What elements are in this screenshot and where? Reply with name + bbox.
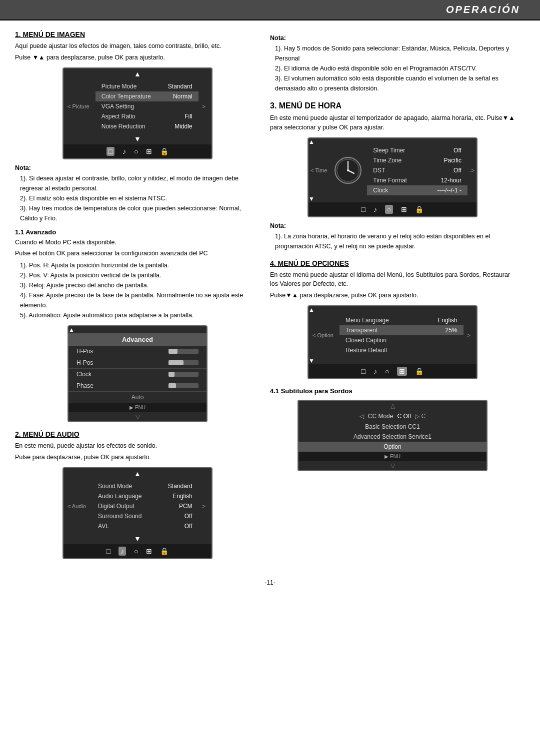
audio-icon-picture: □ bbox=[106, 547, 110, 555]
sub-nav-icon: ▶ bbox=[384, 454, 388, 459]
time-row-3: Time Format12-hour bbox=[367, 175, 468, 185]
section-opciones-para1: En este menú puede ajustar el idioma del… bbox=[270, 270, 515, 289]
audio-icon-audio: ♪ bbox=[118, 547, 126, 556]
time-arrow-up: ▲ bbox=[308, 138, 476, 145]
adv-nav-icon: ▶ bbox=[130, 405, 134, 410]
time-row-0: Sleep TimerOff bbox=[367, 145, 468, 155]
adv-nav-bar: ▶ ENU bbox=[68, 403, 206, 412]
audio-menu-box: ▲ < Audio Sound ModeStandard Audio Langu… bbox=[62, 467, 212, 559]
option-row-3: Restore Default bbox=[340, 345, 464, 355]
nota-hora-item-1: 1). La zona horaria, el horario de veran… bbox=[270, 231, 515, 251]
adv-row-hpos1: H-Pos bbox=[68, 346, 206, 357]
audio-arrow-down: ▼ bbox=[64, 533, 212, 544]
nav-right-picture: > bbox=[202, 103, 206, 109]
sub-nav-bar: ▶ ENU bbox=[298, 452, 486, 461]
audio-row-3: Surround SoundOff bbox=[92, 511, 198, 521]
nav-right-time: -> bbox=[470, 167, 474, 173]
avanzado-item-4: 4). Fase: Ajuste preciso de la fase de l… bbox=[15, 290, 260, 310]
option-arrow-down: ▼ bbox=[308, 357, 476, 364]
audio-menu-icons: □ ♪ ○ ⊞ 🔒 bbox=[64, 544, 212, 558]
nav-left-time: < Time bbox=[310, 167, 327, 173]
section-hora: 3. MENÚ DE HORA En este menú puede ajust… bbox=[270, 101, 515, 251]
menu-row-2: VGA Setting bbox=[96, 101, 198, 111]
page: OPERACIÓN 1. MENÚ DE IMAGEN Aquí puede a… bbox=[0, 0, 540, 756]
option-row-0: Menu LanguageEnglish bbox=[340, 315, 464, 325]
audio-row-2: Digital OutputPCM bbox=[92, 501, 198, 511]
time-row-2: DSTOff bbox=[367, 165, 468, 175]
section-hora-para1: En este menú puede ajustar el temporizad… bbox=[270, 113, 515, 132]
option-arrow-up: ▲ bbox=[308, 306, 476, 313]
time-icon-audio: ♪ bbox=[374, 205, 377, 213]
svg-point-4 bbox=[347, 169, 349, 171]
audio-row-1: Audio LanguageEnglish bbox=[92, 491, 198, 501]
nota-imagen-label: Nota: bbox=[15, 164, 260, 171]
sub-menu-top: ◁ CC Mode C Off ▷ C bbox=[298, 411, 486, 422]
nav-left-option: < Option bbox=[312, 332, 334, 338]
avanzado-item-5: 5). Automático: Ajuste automático para a… bbox=[15, 310, 260, 320]
option-icon-picture: □ bbox=[362, 367, 366, 375]
avanzado-line-0: Cuando el Modo PC está disponible. bbox=[15, 238, 260, 247]
icon-time: ○ bbox=[134, 147, 138, 155]
audio-arrow-up: ▲ bbox=[64, 468, 212, 479]
menu-row-4: Noise ReductionMiddle bbox=[96, 121, 198, 131]
section-audio-para1: En este menú, puede ajustar los efectos … bbox=[15, 441, 260, 451]
nota-audio-list: 1). Hay 5 modos de Sonido para seleccion… bbox=[270, 43, 515, 93]
nota-imagen-list: 1). Si desea ajustar el contraste, brill… bbox=[15, 173, 260, 223]
option-icon-time: ○ bbox=[385, 367, 389, 375]
main-content: 1. MENÚ DE IMAGEN Aquí puede ajustar los… bbox=[0, 20, 540, 574]
option-menu-icons: □ ♪ ○ ⊞ 🔒 bbox=[308, 364, 476, 378]
nav-left-picture: < Picture bbox=[68, 103, 90, 109]
audio-icon-option: ⊞ bbox=[146, 547, 152, 555]
section-imagen-para1: Aquí puede ajustar los efectos de imagen… bbox=[15, 41, 260, 51]
adv-row-phase: Phase bbox=[68, 380, 206, 392]
time-arrow-down: ▼ bbox=[308, 195, 476, 202]
time-rows: Sleep TimerOff Time ZonePacific DSTOff T… bbox=[367, 145, 468, 195]
avanzado-line-1: Pulse el botón OK para seleccionar la co… bbox=[15, 249, 260, 258]
time-icon-option: ⊞ bbox=[401, 205, 407, 213]
adv-arrow-up: ▲ bbox=[68, 326, 206, 333]
adv-menu-title: Advanced bbox=[68, 333, 206, 346]
adv-auto-btn[interactable]: Auto bbox=[68, 392, 206, 403]
section-opciones-para2: Pulse▼▲ para desplazarse, pulse OK para … bbox=[270, 291, 515, 300]
sub-cc-value: C Off bbox=[397, 413, 411, 420]
time-icon-lock: 🔒 bbox=[415, 205, 424, 213]
icon-picture: □ bbox=[106, 147, 114, 156]
nota-imagen-item-2: 2). El matiz sólo está disponible en el … bbox=[15, 193, 260, 203]
section-audio-para2: Pulse para desplazarse, pulse OK para aj… bbox=[15, 453, 260, 462]
avanzado-item-3: 3). Reloj: Ajuste preciso del ancho de p… bbox=[15, 280, 260, 290]
section-imagen: 1. MENÚ DE IMAGEN Aquí puede ajustar los… bbox=[15, 30, 260, 422]
nota-audio-item-1: 1). Hay 5 modos de Sonido para seleccion… bbox=[270, 43, 515, 63]
option-icon-audio: ♪ bbox=[374, 367, 377, 375]
adv-arrow-down: ▽ bbox=[68, 412, 206, 421]
icon-audio: ♪ bbox=[122, 147, 126, 155]
audio-row-0: Sound ModeStandard bbox=[92, 481, 198, 491]
menu-nav-option: < Option Menu LanguageEnglish Transparen… bbox=[308, 313, 476, 357]
adv-row-clock: Clock bbox=[68, 369, 206, 380]
icon-lock: 🔒 bbox=[160, 147, 168, 155]
advanced-menu-box: ▲ Advanced H-Pos H-Pos Clock bbox=[68, 325, 208, 422]
sub-cc-label: CC Mode bbox=[368, 413, 394, 420]
section-opciones: 4. MENÚ DE OPCIONES En este menú puede a… bbox=[270, 259, 515, 379]
nav-right-audio: > bbox=[202, 503, 206, 509]
avanzado-item-1: 1). Pos. H: Ajusta la posición horizonta… bbox=[15, 260, 260, 270]
subtitulos-title: 4.1 Subtítulos para Sordos bbox=[270, 387, 515, 395]
clock-svg-icon bbox=[333, 155, 363, 185]
sub-row-option: Option bbox=[298, 442, 486, 452]
picture-menu-box: ▲ < Picture Picture ModeStandard Color T… bbox=[62, 67, 212, 159]
menu-nav-picture: < Picture Picture ModeStandard Color Tem… bbox=[64, 79, 212, 133]
picture-menu-icons: □ ♪ ○ ⊞ 🔒 bbox=[64, 144, 212, 158]
sub-arrow-down: ▽ bbox=[298, 461, 486, 470]
menu-row-1: Color TemperatureNormal bbox=[96, 91, 198, 101]
sub-nav-left: ◁ bbox=[360, 413, 364, 420]
section-imagen-title: 1. MENÚ DE IMAGEN bbox=[15, 30, 260, 38]
sub-row-basic: Basic Selection CC1 bbox=[298, 422, 486, 432]
time-row-1: Time ZonePacific bbox=[367, 155, 468, 165]
nota-audio-item-3: 3). El volumen automático sólo está disp… bbox=[270, 73, 515, 93]
time-row-4: Clock----/--/-1 - bbox=[367, 185, 468, 195]
nota-hora-label: Nota: bbox=[270, 222, 515, 229]
sub-nav-right: ▷ C bbox=[415, 413, 426, 420]
option-icon-option: ⊞ bbox=[397, 367, 407, 376]
nav-left-audio: < Audio bbox=[68, 503, 86, 509]
time-menu-box: ▲ < Time Sleep TimerOff bbox=[308, 137, 478, 217]
section-imagen-para2: Pulse ▼▲ para desplazarse, pulse OK para… bbox=[15, 53, 260, 62]
